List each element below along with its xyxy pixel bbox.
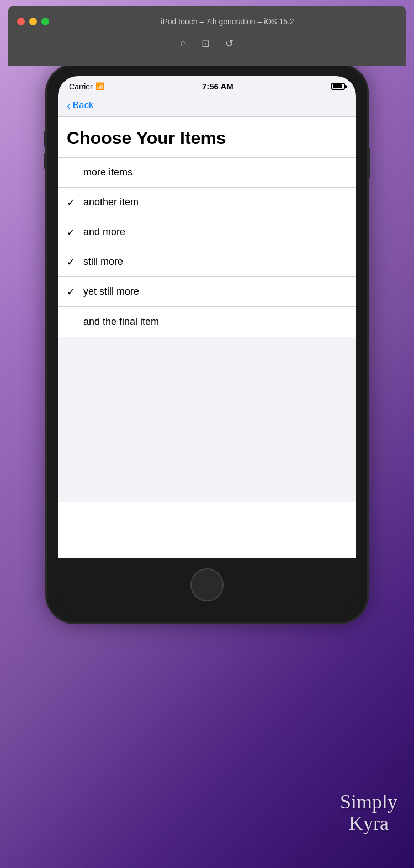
page-title: Choose Your Items [58, 117, 356, 158]
list-item[interactable]: ✓ yet still more [58, 277, 356, 307]
status-time: 7:56 AM [202, 82, 233, 91]
watermark: Simply Kyra [340, 791, 397, 835]
phone-screen: Carrier 📶 7:56 AM ‹ Back Choo [58, 76, 356, 611]
titlebar-title: iPod touch – 7th generation – iOS 15.2 [58, 17, 397, 26]
item-label: yet still more [83, 286, 139, 297]
list-item[interactable]: ✓ and more [58, 217, 356, 247]
power-button[interactable] [367, 148, 370, 178]
titlebar: iPod touch – 7th generation – iOS 15.2 ⌂… [8, 6, 406, 66]
side-buttons-left [44, 131, 47, 175]
item-label: still more [83, 256, 123, 268]
status-bar: Carrier 📶 7:56 AM [58, 76, 356, 94]
screenshot-icon[interactable]: ⊡ [201, 38, 210, 50]
wifi-icon: 📶 [95, 82, 104, 90]
list-item[interactable]: ✓ still more [58, 247, 356, 277]
checkmark-icon: ✓ [67, 196, 83, 209]
checkmark-icon: ✓ [67, 226, 83, 238]
nav-bar: ‹ Back [58, 94, 356, 117]
chevron-left-icon: ‹ [67, 100, 71, 111]
item-label: and more [83, 226, 125, 238]
item-label: another item [83, 196, 139, 208]
back-label: Back [73, 100, 94, 111]
volume-up-button[interactable] [44, 131, 47, 147]
status-right [331, 83, 345, 90]
home-button[interactable] [190, 568, 224, 601]
item-label: and the final item [83, 316, 159, 328]
battery-icon [331, 83, 345, 90]
traffic-light-red[interactable] [17, 18, 25, 25]
item-label: more items [83, 167, 132, 178]
back-button[interactable]: ‹ Back [67, 100, 347, 111]
carrier-label: Carrier [69, 82, 93, 91]
rotate-icon[interactable]: ↺ [225, 38, 233, 50]
checkmark-icon: ✓ [67, 167, 83, 179]
side-button-right [367, 148, 370, 178]
titlebar-icon-row: ⌂ ⊡ ↺ [181, 38, 234, 54]
watermark-line2: Kyra [349, 812, 389, 834]
traffic-light-yellow[interactable] [29, 18, 37, 25]
home-icon[interactable]: ⌂ [181, 38, 187, 50]
list-item[interactable]: ✓ another item [58, 188, 356, 217]
items-list: ✓ more items ✓ another item ✓ and more ✓… [58, 158, 356, 337]
volume-down-button[interactable] [44, 153, 47, 169]
list-item[interactable]: ✓ and the final item [58, 307, 356, 337]
battery-fill [333, 84, 342, 88]
checkmark-icon: ✓ [67, 286, 83, 298]
checkmark-icon: ✓ [67, 316, 83, 328]
watermark-line1: Simply [340, 791, 397, 813]
phone-device: Carrier 📶 7:56 AM ‹ Back Choo [47, 65, 367, 622]
checkmark-icon: ✓ [67, 256, 83, 268]
traffic-light-green[interactable] [41, 18, 49, 25]
list-item[interactable]: ✓ more items [58, 158, 356, 188]
status-left: Carrier 📶 [69, 82, 104, 91]
empty-content-area [58, 337, 356, 502]
content-area: Choose Your Items ✓ more items ✓ another… [58, 117, 356, 558]
home-button-area [58, 558, 356, 611]
